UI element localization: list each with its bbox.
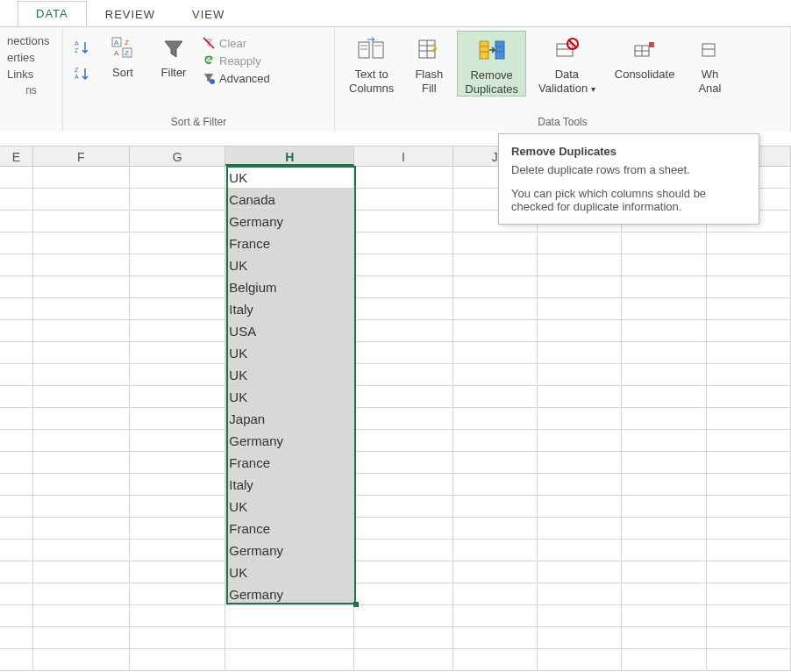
cell[interactable] — [538, 320, 622, 342]
cell[interactable] — [538, 496, 622, 518]
cell[interactable] — [622, 452, 706, 474]
cell[interactable] — [33, 364, 130, 386]
cell[interactable] — [538, 386, 622, 408]
cell[interactable]: Germany — [225, 583, 354, 605]
cell[interactable] — [0, 518, 33, 540]
cell[interactable]: UK — [225, 254, 354, 276]
cell[interactable] — [130, 342, 225, 364]
cell[interactable] — [707, 605, 791, 627]
filter-button[interactable]: Filter — [151, 31, 196, 79]
cell[interactable] — [130, 540, 225, 561]
cell[interactable] — [622, 232, 706, 254]
text-to-columns-button[interactable]: Text to Columns — [342, 31, 401, 95]
cell[interactable] — [453, 276, 538, 298]
cell[interactable] — [622, 386, 706, 408]
cell[interactable] — [0, 211, 33, 232]
cell[interactable] — [33, 452, 130, 474]
cell[interactable] — [225, 605, 354, 627]
cell[interactable] — [354, 189, 453, 211]
cell[interactable] — [354, 583, 453, 605]
consolidate-button[interactable]: Consolidate — [608, 31, 682, 82]
cell[interactable] — [130, 518, 225, 540]
cell[interactable] — [622, 276, 706, 298]
cell[interactable] — [622, 408, 706, 430]
cell[interactable] — [0, 496, 33, 518]
edit-links-item[interactable]: Links — [7, 66, 55, 82]
cell[interactable] — [130, 386, 225, 408]
cell[interactable] — [0, 232, 33, 254]
cell[interactable] — [707, 430, 791, 452]
cell[interactable] — [453, 254, 538, 276]
cell[interactable]: Germany — [225, 540, 354, 561]
cell[interactable] — [130, 474, 225, 496]
cell[interactable] — [354, 320, 453, 342]
cell[interactable] — [0, 627, 33, 649]
cell[interactable] — [538, 342, 622, 364]
connections-item[interactable]: nections — [7, 32, 55, 49]
cell[interactable] — [622, 364, 706, 386]
cell[interactable] — [538, 408, 622, 430]
cell[interactable] — [130, 298, 225, 320]
cell[interactable] — [130, 320, 225, 342]
cell[interactable] — [0, 474, 33, 496]
tab-view[interactable]: VIEW — [174, 2, 243, 26]
tab-review[interactable]: REVIEW — [87, 2, 174, 26]
cell[interactable] — [33, 627, 130, 649]
cell[interactable] — [0, 167, 33, 189]
cell[interactable] — [538, 540, 622, 561]
cell[interactable] — [538, 276, 622, 298]
cell[interactable] — [707, 518, 791, 540]
flash-fill-button[interactable]: Flash Fill — [406, 31, 452, 95]
cell[interactable] — [707, 254, 791, 276]
cell[interactable] — [0, 386, 33, 408]
cell[interactable] — [130, 452, 225, 474]
cell[interactable] — [130, 583, 225, 605]
cell[interactable] — [130, 189, 225, 211]
cell[interactable] — [0, 342, 33, 364]
cell[interactable] — [354, 561, 453, 583]
cell[interactable]: UK — [225, 496, 354, 518]
cell[interactable] — [0, 298, 33, 320]
cell[interactable] — [354, 211, 453, 232]
cell[interactable] — [453, 649, 538, 671]
cell[interactable] — [622, 518, 706, 540]
cell[interactable] — [354, 364, 453, 386]
cell[interactable] — [538, 518, 622, 540]
spreadsheet-grid[interactable]: UKCanadaGermanyFranceUKBelgiumItalyUSAUK… — [0, 167, 791, 671]
cell[interactable] — [707, 364, 791, 386]
cell[interactable] — [354, 408, 453, 430]
cell[interactable] — [707, 474, 791, 496]
cell[interactable] — [0, 364, 33, 386]
cell[interactable] — [130, 561, 225, 583]
cell[interactable] — [33, 605, 130, 627]
cell[interactable] — [707, 320, 791, 342]
cell[interactable] — [453, 232, 538, 254]
cell[interactable] — [33, 474, 130, 496]
data-validation-button[interactable]: Data Validation ▾ — [531, 31, 602, 95]
cell[interactable] — [707, 298, 791, 320]
cell[interactable] — [538, 605, 622, 627]
cell[interactable] — [622, 583, 706, 605]
cell[interactable]: Japan — [225, 408, 354, 430]
cell[interactable] — [453, 364, 538, 386]
cell[interactable] — [130, 276, 225, 298]
cell[interactable] — [707, 496, 791, 518]
cell[interactable] — [130, 649, 225, 671]
cell[interactable]: UK — [225, 561, 354, 583]
properties-item[interactable]: erties — [7, 49, 55, 66]
cell[interactable] — [130, 627, 225, 649]
cell[interactable] — [622, 561, 706, 583]
cell[interactable] — [707, 583, 791, 605]
column-header-E[interactable]: E — [0, 147, 33, 166]
column-header-F[interactable]: F — [33, 147, 130, 166]
column-header-I[interactable]: I — [354, 147, 453, 166]
cell[interactable] — [33, 540, 130, 561]
cell[interactable] — [33, 189, 130, 211]
sort-button[interactable]: AZZA Sort — [100, 31, 146, 79]
cell[interactable] — [225, 627, 354, 649]
cell[interactable]: France — [225, 232, 354, 254]
cell[interactable] — [33, 276, 130, 298]
cell[interactable] — [622, 605, 706, 627]
cell[interactable] — [130, 430, 225, 452]
cell[interactable] — [354, 605, 453, 627]
